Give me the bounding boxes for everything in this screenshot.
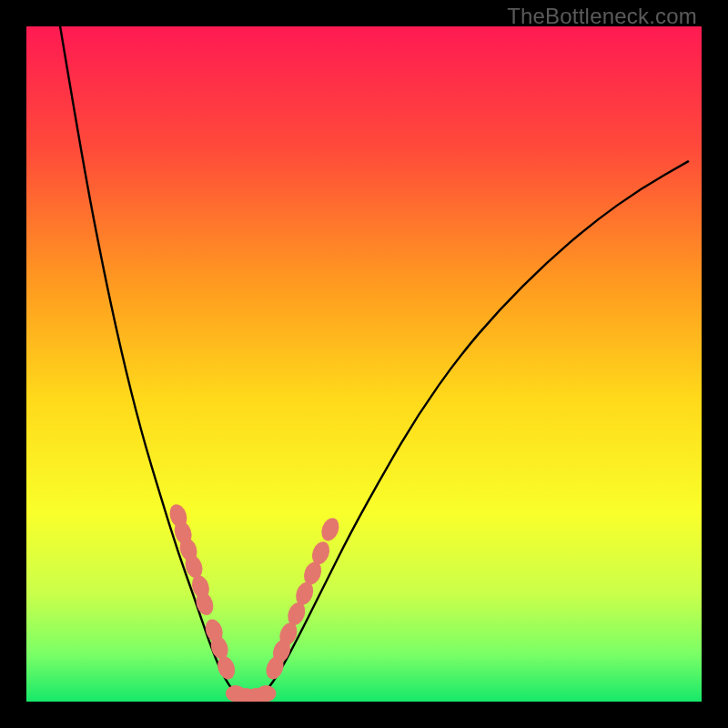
gradient-background	[26, 26, 702, 702]
highlight-dot	[256, 685, 276, 702]
bottleneck-plot	[26, 26, 702, 702]
chart-frame	[26, 26, 702, 702]
watermark-text: TheBottleneck.com	[507, 4, 697, 29]
